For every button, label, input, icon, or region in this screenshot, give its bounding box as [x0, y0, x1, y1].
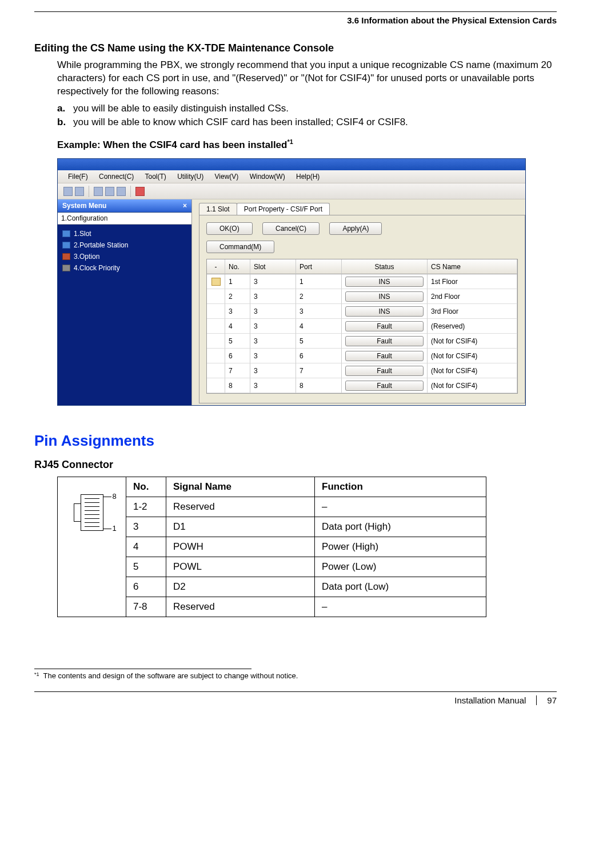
menu-view[interactable]: View(V) [215, 173, 239, 181]
cell-csname[interactable]: 3rd Floor [428, 304, 517, 319]
cell-csname[interactable]: (Not for CSIF4) [428, 349, 517, 363]
menu-tool[interactable]: Tool(T) [145, 173, 166, 181]
cell-slot: 3 [250, 349, 296, 363]
tree-item-portable-station[interactable]: 2.Portable Station [60, 239, 189, 251]
pin-signal: POWH [166, 537, 315, 557]
status-button[interactable]: Fault [345, 366, 424, 376]
cell-port: 1 [296, 274, 342, 289]
row-flag[interactable] [207, 349, 225, 363]
tree-item-clock-priority[interactable]: 4.Clock Priority [60, 262, 189, 274]
example-title: Example: When the CSIF4 card has been in… [57, 138, 557, 151]
tab-port-property[interactable]: Port Property - CSI/F Port [237, 203, 330, 215]
cell-csname[interactable]: 1st Floor [428, 274, 517, 289]
rj45-heading: RJ45 Connector [34, 459, 557, 471]
status-button[interactable]: INS [345, 277, 424, 287]
cell-slot: 3 [250, 378, 296, 393]
col-no[interactable]: No. [225, 259, 250, 274]
toolbar-icon[interactable] [94, 187, 103, 196]
table-row[interactable]: 838Fault(Not for CSIF4) [207, 378, 517, 393]
pin-row: 6D2Data port (Low) [126, 577, 486, 597]
menu-window[interactable]: Window(W) [250, 173, 285, 181]
row-flag[interactable] [207, 319, 225, 334]
cancel-button[interactable]: Cancel(C) [262, 222, 320, 235]
command-button[interactable]: Command(M) [206, 241, 274, 253]
status-button[interactable]: Fault [345, 381, 424, 391]
pin-signal: POWL [166, 557, 315, 577]
col-flag[interactable]: - [207, 259, 225, 274]
cell-port: 3 [296, 304, 342, 319]
cell-csname[interactable]: (Reserved) [428, 319, 517, 334]
toolbar-icon[interactable] [63, 187, 73, 196]
status-button[interactable]: Fault [345, 321, 424, 331]
tree-icon [62, 265, 70, 271]
table-row[interactable]: 131INS1st Floor [207, 274, 517, 289]
row-flag[interactable] [207, 378, 225, 393]
row-flag[interactable] [207, 304, 225, 319]
cell-status[interactable]: INS [342, 304, 428, 319]
toolbar-icon[interactable] [135, 187, 145, 196]
cell-csname[interactable]: 2nd Floor [428, 289, 517, 304]
toolbar-icon[interactable] [105, 187, 114, 196]
col-csname[interactable]: CS Name [428, 259, 517, 274]
tree-item-option[interactable]: 3.Option [60, 251, 189, 262]
cell-status[interactable]: Fault [342, 334, 428, 349]
editing-list: a.you will be able to easily distinguish… [57, 103, 557, 128]
cell-slot: 3 [250, 363, 296, 378]
cell-status[interactable]: Fault [342, 363, 428, 378]
pin-function: Power (Low) [315, 557, 486, 577]
cell-status[interactable]: Fault [342, 378, 428, 393]
status-button[interactable]: INS [345, 306, 424, 317]
pin-function: Data port (Low) [315, 577, 486, 597]
table-row[interactable]: 232INS2nd Floor [207, 289, 517, 304]
apply-button[interactable]: Apply(A) [329, 222, 382, 235]
ok-button[interactable]: OK(O) [206, 222, 253, 235]
console-screenshot: File(F) Connect(C) Tool(T) Utility(U) Vi… [57, 158, 526, 406]
table-row[interactable]: 434Fault(Reserved) [207, 319, 517, 334]
col-status[interactable]: Status [342, 259, 428, 274]
tree-icon [62, 242, 70, 249]
table-row[interactable]: 333INS3rd Floor [207, 304, 517, 319]
cell-status[interactable]: Fault [342, 349, 428, 363]
cell-status[interactable]: Fault [342, 319, 428, 334]
cell-no: 8 [225, 378, 250, 393]
editing-paragraph: While programming the PBX, we strongly r… [57, 59, 557, 98]
status-button[interactable]: INS [345, 291, 424, 302]
cell-csname[interactable]: (Not for CSIF4) [428, 334, 517, 349]
col-slot[interactable]: Slot [250, 259, 296, 274]
cell-status[interactable]: INS [342, 289, 428, 304]
cell-status[interactable]: INS [342, 274, 428, 289]
pin-label-1: 1 [113, 524, 117, 533]
footnote: *1 The contents and design of the softwa… [34, 671, 557, 680]
cell-csname[interactable]: (Not for CSIF4) [428, 378, 517, 393]
sidebar-root[interactable]: 1.Configuration [58, 213, 191, 225]
pin-row: 5POWLPower (Low) [126, 557, 486, 577]
status-button[interactable]: Fault [345, 336, 424, 346]
table-row[interactable]: 636Fault(Not for CSIF4) [207, 349, 517, 363]
menu-connect[interactable]: Connect(C) [99, 173, 134, 181]
row-flag[interactable] [207, 363, 225, 378]
pin-function: – [315, 597, 486, 617]
pin-signal: D1 [166, 517, 315, 537]
toolbar-icon[interactable] [75, 187, 84, 196]
tab-slot[interactable]: 1.1 Slot [199, 203, 237, 215]
menu-help[interactable]: Help(H) [296, 173, 320, 181]
cell-csname[interactable]: (Not for CSIF4) [428, 363, 517, 378]
cell-no: 1 [225, 274, 250, 289]
table-row[interactable]: 535Fault(Not for CSIF4) [207, 334, 517, 349]
status-button[interactable]: Fault [345, 351, 424, 361]
tree-item-slot[interactable]: 1.Slot [60, 228, 189, 239]
cell-no: 6 [225, 349, 250, 363]
cell-slot: 3 [250, 274, 296, 289]
row-flag[interactable] [207, 334, 225, 349]
menu-file[interactable]: File(F) [68, 173, 88, 181]
menu-utility[interactable]: Utility(U) [177, 173, 203, 181]
console-titlebar [58, 159, 525, 170]
cell-no: 7 [225, 363, 250, 378]
cell-no: 4 [225, 319, 250, 334]
row-flag[interactable] [207, 289, 225, 304]
toolbar-icon[interactable] [117, 187, 126, 196]
row-flag[interactable] [207, 274, 225, 289]
table-row[interactable]: 737Fault(Not for CSIF4) [207, 363, 517, 378]
close-icon[interactable]: × [183, 202, 187, 210]
col-port[interactable]: Port [296, 259, 342, 274]
